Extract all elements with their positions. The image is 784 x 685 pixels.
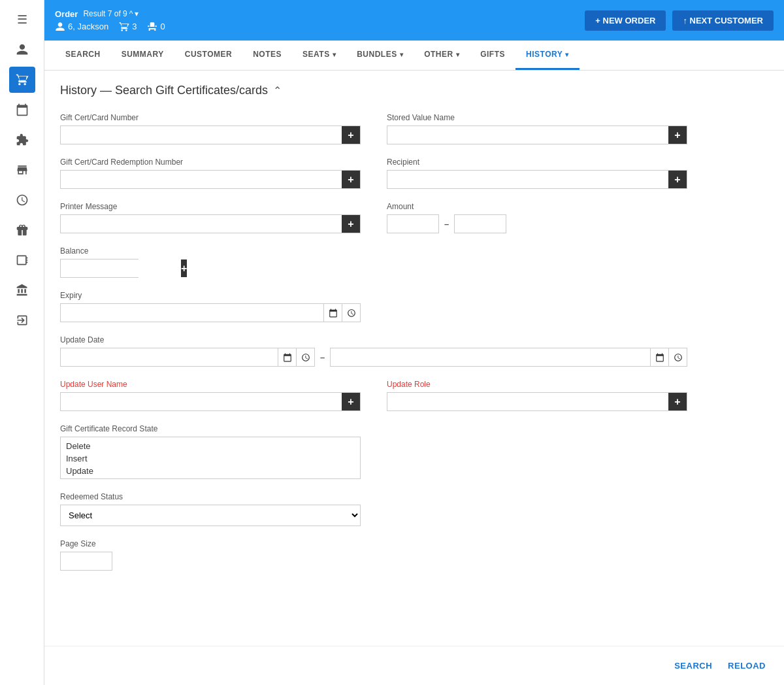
balance-input[interactable]: [61, 259, 181, 277]
customer-name-text: 6, Jackson: [68, 22, 108, 31]
update-date-from-calendar-btn[interactable]: [278, 348, 296, 366]
printer-message-plus-btn[interactable]: +: [342, 215, 360, 233]
tab-search[interactable]: SEARCH: [55, 41, 111, 70]
tab-history[interactable]: HISTORY ▾: [515, 41, 580, 70]
update-date-from-input[interactable]: [61, 348, 278, 366]
update-date-to-calendar-btn[interactable]: [650, 348, 668, 366]
cart-icon[interactable]: [9, 67, 35, 93]
tab-bundles[interactable]: BUNDLES ▾: [346, 41, 414, 70]
menu-icon[interactable]: ☰: [9, 7, 35, 33]
update-role-input-wrapper: +: [387, 392, 687, 411]
main-area: Order Result 7 of 9 ^ ▾ 6, Jackson 3: [44, 0, 784, 685]
record-state-delete[interactable]: Delete: [63, 440, 357, 452]
bottom-actions: SEARCH RELOAD: [44, 646, 784, 685]
stored-value-name-plus-btn[interactable]: +: [668, 126, 687, 144]
page-title: History — Search Gift Certificates/cards…: [60, 84, 768, 97]
record-state-listbox[interactable]: Delete Insert Update: [60, 437, 361, 479]
seats-dropdown-arrow: ▾: [333, 51, 336, 58]
record-state-group: Gift Certificate Record State Delete Ins…: [60, 424, 361, 479]
recipient-input[interactable]: [387, 171, 668, 188]
history-dropdown-arrow: ▾: [565, 51, 569, 58]
new-order-button[interactable]: + NEW ORDER: [585, 10, 666, 31]
calendar-icon[interactable]: [9, 97, 35, 123]
amount-to-input[interactable]: [454, 214, 506, 233]
redemption-number-input-wrapper: +: [60, 170, 361, 189]
tab-customer[interactable]: CUSTOMER: [174, 41, 242, 70]
update-role-label: Update Role: [387, 380, 687, 389]
search-button[interactable]: SEARCH: [672, 657, 715, 675]
page-size-label: Page Size: [60, 539, 361, 548]
redeemed-status-select[interactable]: Select Redeemed Unredeemed: [60, 505, 361, 526]
sidebar: ☰: [0, 0, 44, 685]
redemption-number-label: Gift Cert/Card Redemption Number: [60, 158, 361, 167]
expiry-clock-btn[interactable]: [342, 304, 360, 322]
reload-button[interactable]: RELOAD: [725, 657, 768, 675]
stored-value-name-input[interactable]: [387, 126, 668, 144]
gift-cert-number-input-wrapper: +: [60, 125, 361, 144]
update-date-label: Update Date: [60, 335, 687, 344]
expiry-date-wrapper: [60, 303, 361, 322]
update-date-range-dash: –: [320, 352, 325, 362]
printer-message-label: Printer Message: [60, 202, 361, 211]
update-role-input[interactable]: [387, 393, 668, 410]
recipient-plus-btn[interactable]: +: [668, 171, 687, 188]
update-role-plus-btn[interactable]: +: [668, 393, 687, 410]
tab-other[interactable]: OTHER ▾: [414, 41, 470, 70]
bundles-dropdown-arrow: ▾: [400, 51, 404, 58]
next-customer-button[interactable]: ↑ NEXT CUSTOMER: [672, 10, 774, 31]
puzzle-icon[interactable]: [9, 127, 35, 153]
redeemed-status-group: Redeemed Status Select Redeemed Unredeem…: [60, 492, 361, 526]
printer-message-input[interactable]: [61, 215, 342, 233]
tab-notes[interactable]: NOTES: [242, 41, 292, 70]
recipient-label: Recipient: [387, 158, 687, 167]
order-row: Order Result 7 of 9 ^ ▾: [55, 9, 165, 19]
amount-label: Amount: [387, 202, 687, 211]
update-date-from-clock-btn[interactable]: [296, 348, 314, 366]
redemption-number-plus-btn[interactable]: +: [342, 171, 360, 188]
update-date-to-wrapper: [330, 348, 687, 367]
gift-cert-number-group: Gift Cert/Card Number +: [60, 113, 361, 144]
page-size-input[interactable]: 10: [60, 552, 112, 571]
chevron-up-icon: ^: [129, 9, 133, 18]
gift-cert-number-input[interactable]: [61, 126, 342, 144]
recipient-group: Recipient +: [387, 158, 687, 189]
customer-row: 6, Jackson 3 0: [55, 22, 165, 32]
collapse-icon[interactable]: ⌃: [273, 84, 282, 97]
person-icon[interactable]: [9, 37, 35, 63]
other-dropdown-arrow: ▾: [456, 51, 460, 58]
tab-seats[interactable]: SEATS ▾: [292, 41, 346, 70]
update-date-range-row: –: [60, 348, 687, 367]
update-role-group: Update Role +: [387, 380, 687, 411]
balance-input-wrapper: +: [60, 259, 139, 278]
seat-count: 0: [160, 22, 165, 31]
chevron-down-icon: ▾: [135, 9, 139, 18]
gift-cert-number-plus-btn[interactable]: +: [342, 126, 360, 144]
update-date-to-clock-btn[interactable]: [668, 348, 687, 366]
seat-info: 0: [147, 22, 165, 32]
balance-plus-btn[interactable]: +: [181, 259, 187, 277]
tab-gifts[interactable]: GIFTS: [470, 41, 515, 70]
update-user-name-input[interactable]: [61, 393, 342, 410]
gift-cert-number-label: Gift Cert/Card Number: [60, 113, 361, 122]
gift-icon[interactable]: [9, 217, 35, 243]
amount-from-input[interactable]: [387, 214, 439, 233]
exit-icon[interactable]: [9, 307, 35, 333]
present-icon[interactable]: [9, 247, 35, 273]
expiry-input[interactable]: [61, 304, 323, 322]
update-date-to-input[interactable]: [331, 348, 650, 366]
result-badge[interactable]: Result 7 of 9 ^ ▾: [83, 9, 139, 18]
expiry-calendar-btn[interactable]: [323, 304, 342, 322]
update-date-group: Update Date –: [60, 335, 687, 367]
clock-icon[interactable]: [9, 187, 35, 213]
amount-range: –: [387, 214, 687, 233]
redemption-number-input[interactable]: [61, 171, 342, 188]
redemption-number-group: Gift Cert/Card Redemption Number +: [60, 158, 361, 189]
bank-icon[interactable]: [9, 277, 35, 303]
record-state-update[interactable]: Update: [63, 465, 357, 477]
tab-summary[interactable]: SUMMARY: [111, 41, 174, 70]
update-user-name-plus-btn[interactable]: +: [342, 393, 360, 410]
record-state-insert[interactable]: Insert: [63, 452, 357, 465]
store-icon[interactable]: [9, 157, 35, 183]
search-form: Gift Cert/Card Number + Stored Value Nam…: [60, 113, 687, 571]
customer-name: 6, Jackson: [55, 22, 108, 32]
